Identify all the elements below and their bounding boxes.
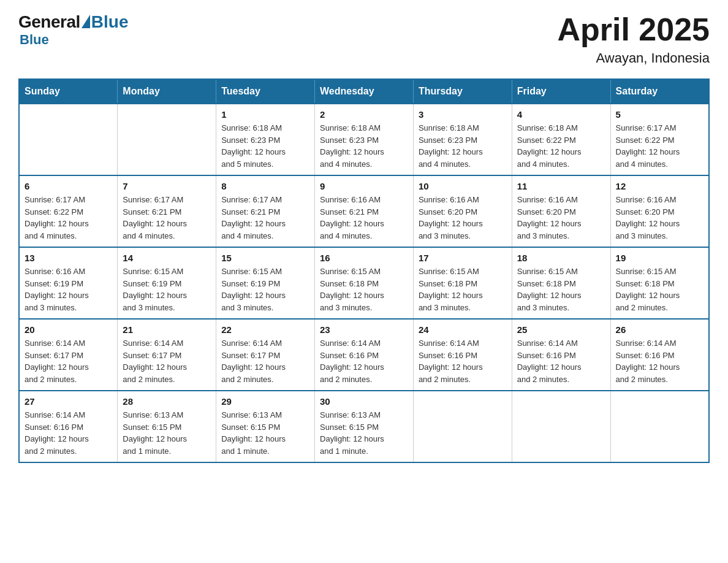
calendar-cell	[512, 391, 610, 462]
calendar-header-monday: Monday	[118, 79, 216, 104]
calendar-table: SundayMondayTuesdayWednesdayThursdayFrid…	[18, 79, 710, 463]
day-info: Sunrise: 6:17 AMSunset: 6:22 PMDaylight:…	[25, 194, 112, 242]
day-info: Sunrise: 6:14 AMSunset: 6:16 PMDaylight:…	[616, 337, 703, 385]
page-header: General Blue Blue April 2025 Awayan, Ind…	[18, 12, 710, 66]
day-number: 13	[25, 253, 112, 263]
calendar-cell: 18Sunrise: 6:15 AMSunset: 6:18 PMDayligh…	[512, 247, 610, 319]
logo: General Blue Blue	[18, 12, 128, 48]
calendar-cell: 29Sunrise: 6:13 AMSunset: 6:15 PMDayligh…	[216, 391, 315, 462]
calendar-cell: 15Sunrise: 6:15 AMSunset: 6:19 PMDayligh…	[216, 247, 315, 319]
day-info: Sunrise: 6:14 AMSunset: 6:16 PMDaylight:…	[419, 337, 507, 385]
calendar-cell: 19Sunrise: 6:15 AMSunset: 6:18 PMDayligh…	[610, 247, 709, 319]
calendar-cell: 4Sunrise: 6:18 AMSunset: 6:22 PMDaylight…	[512, 104, 610, 175]
day-info: Sunrise: 6:14 AMSunset: 6:17 PMDaylight:…	[123, 337, 211, 385]
logo-triangle-icon	[82, 15, 90, 28]
calendar-cell: 13Sunrise: 6:16 AMSunset: 6:19 PMDayligh…	[19, 247, 118, 319]
calendar-week-row-3: 20Sunrise: 6:14 AMSunset: 6:17 PMDayligh…	[19, 319, 709, 391]
day-number: 10	[419, 181, 507, 191]
day-number: 7	[123, 181, 211, 191]
day-number: 21	[123, 324, 211, 335]
day-info: Sunrise: 6:14 AMSunset: 6:17 PMDaylight:…	[25, 337, 112, 385]
day-info: Sunrise: 6:15 AMSunset: 6:19 PMDaylight:…	[123, 266, 211, 313]
calendar-cell	[610, 391, 709, 462]
day-number: 20	[25, 324, 112, 335]
day-number: 18	[517, 253, 605, 263]
day-info: Sunrise: 6:17 AMSunset: 6:21 PMDaylight:…	[123, 194, 211, 242]
day-info: Sunrise: 6:18 AMSunset: 6:23 PMDaylight:…	[221, 122, 309, 170]
calendar-cell: 21Sunrise: 6:14 AMSunset: 6:17 PMDayligh…	[118, 319, 216, 391]
calendar-header-tuesday: Tuesday	[216, 79, 315, 104]
logo-blue-text: Blue	[91, 12, 129, 32]
day-info: Sunrise: 6:17 AMSunset: 6:21 PMDaylight:…	[221, 194, 309, 242]
calendar-week-row-0: 1Sunrise: 6:18 AMSunset: 6:23 PMDaylight…	[19, 104, 709, 175]
calendar-header-thursday: Thursday	[413, 79, 512, 104]
day-info: Sunrise: 6:14 AMSunset: 6:16 PMDaylight:…	[517, 337, 605, 385]
calendar-header-wednesday: Wednesday	[315, 79, 414, 104]
day-info: Sunrise: 6:16 AMSunset: 6:19 PMDaylight:…	[25, 266, 112, 313]
calendar-cell: 3Sunrise: 6:18 AMSunset: 6:23 PMDaylight…	[413, 104, 512, 175]
calendar-cell: 5Sunrise: 6:17 AMSunset: 6:22 PMDaylight…	[610, 104, 709, 175]
calendar-cell: 2Sunrise: 6:18 AMSunset: 6:23 PMDaylight…	[315, 104, 414, 175]
calendar-cell: 12Sunrise: 6:16 AMSunset: 6:20 PMDayligh…	[610, 175, 709, 247]
day-info: Sunrise: 6:16 AMSunset: 6:20 PMDaylight:…	[517, 194, 605, 242]
day-number: 2	[320, 109, 408, 120]
day-number: 5	[616, 109, 703, 120]
day-number: 14	[123, 253, 211, 263]
calendar-cell	[413, 391, 512, 462]
day-number: 12	[616, 181, 703, 191]
day-number: 9	[320, 181, 408, 191]
day-number: 25	[517, 324, 605, 335]
day-info: Sunrise: 6:17 AMSunset: 6:22 PMDaylight:…	[616, 122, 703, 170]
calendar-cell: 30Sunrise: 6:13 AMSunset: 6:15 PMDayligh…	[315, 391, 414, 462]
calendar-cell	[118, 104, 216, 175]
day-info: Sunrise: 6:15 AMSunset: 6:18 PMDaylight:…	[320, 266, 408, 313]
calendar-cell: 17Sunrise: 6:15 AMSunset: 6:18 PMDayligh…	[413, 247, 512, 319]
day-info: Sunrise: 6:16 AMSunset: 6:20 PMDaylight:…	[419, 194, 507, 242]
day-number: 16	[320, 253, 408, 263]
day-info: Sunrise: 6:16 AMSunset: 6:21 PMDaylight:…	[320, 194, 408, 242]
title-section: April 2025 Awayan, Indonesia	[557, 12, 710, 66]
day-number: 29	[221, 396, 309, 407]
day-info: Sunrise: 6:15 AMSunset: 6:19 PMDaylight:…	[221, 266, 309, 313]
calendar-cell: 10Sunrise: 6:16 AMSunset: 6:20 PMDayligh…	[413, 175, 512, 247]
day-info: Sunrise: 6:14 AMSunset: 6:16 PMDaylight:…	[320, 337, 408, 385]
calendar-cell: 16Sunrise: 6:15 AMSunset: 6:18 PMDayligh…	[315, 247, 414, 319]
day-number: 3	[419, 109, 507, 120]
calendar-cell: 8Sunrise: 6:17 AMSunset: 6:21 PMDaylight…	[216, 175, 315, 247]
calendar-cell: 11Sunrise: 6:16 AMSunset: 6:20 PMDayligh…	[512, 175, 610, 247]
logo-general-text: General	[18, 12, 80, 32]
logo-bottom-text: Blue	[20, 32, 49, 48]
day-number: 22	[221, 324, 309, 335]
calendar-header-friday: Friday	[512, 79, 610, 104]
calendar-cell: 22Sunrise: 6:14 AMSunset: 6:17 PMDayligh…	[216, 319, 315, 391]
day-info: Sunrise: 6:13 AMSunset: 6:15 PMDaylight:…	[320, 409, 408, 457]
day-info: Sunrise: 6:14 AMSunset: 6:17 PMDaylight:…	[221, 337, 309, 385]
day-number: 30	[320, 396, 408, 407]
calendar-cell: 20Sunrise: 6:14 AMSunset: 6:17 PMDayligh…	[19, 319, 118, 391]
calendar-cell	[19, 104, 118, 175]
calendar-header-sunday: Sunday	[19, 79, 118, 104]
day-number: 4	[517, 109, 605, 120]
day-number: 26	[616, 324, 703, 335]
calendar-cell: 26Sunrise: 6:14 AMSunset: 6:16 PMDayligh…	[610, 319, 709, 391]
day-number: 19	[616, 253, 703, 263]
location-text: Awayan, Indonesia	[557, 50, 710, 66]
day-info: Sunrise: 6:18 AMSunset: 6:23 PMDaylight:…	[419, 122, 507, 170]
day-number: 24	[419, 324, 507, 335]
day-number: 23	[320, 324, 408, 335]
calendar-week-row-1: 6Sunrise: 6:17 AMSunset: 6:22 PMDaylight…	[19, 175, 709, 247]
calendar-cell: 25Sunrise: 6:14 AMSunset: 6:16 PMDayligh…	[512, 319, 610, 391]
calendar-header-row: SundayMondayTuesdayWednesdayThursdayFrid…	[19, 79, 709, 104]
calendar-week-row-2: 13Sunrise: 6:16 AMSunset: 6:19 PMDayligh…	[19, 247, 709, 319]
calendar-cell: 1Sunrise: 6:18 AMSunset: 6:23 PMDaylight…	[216, 104, 315, 175]
day-number: 27	[25, 396, 112, 407]
calendar-cell: 14Sunrise: 6:15 AMSunset: 6:19 PMDayligh…	[118, 247, 216, 319]
month-title: April 2025	[557, 12, 710, 47]
day-info: Sunrise: 6:16 AMSunset: 6:20 PMDaylight:…	[616, 194, 703, 242]
calendar-cell: 28Sunrise: 6:13 AMSunset: 6:15 PMDayligh…	[118, 391, 216, 462]
calendar-header-saturday: Saturday	[610, 79, 709, 104]
day-info: Sunrise: 6:15 AMSunset: 6:18 PMDaylight:…	[517, 266, 605, 313]
day-number: 15	[221, 253, 309, 263]
calendar-cell: 6Sunrise: 6:17 AMSunset: 6:22 PMDaylight…	[19, 175, 118, 247]
day-info: Sunrise: 6:13 AMSunset: 6:15 PMDaylight:…	[221, 409, 309, 457]
